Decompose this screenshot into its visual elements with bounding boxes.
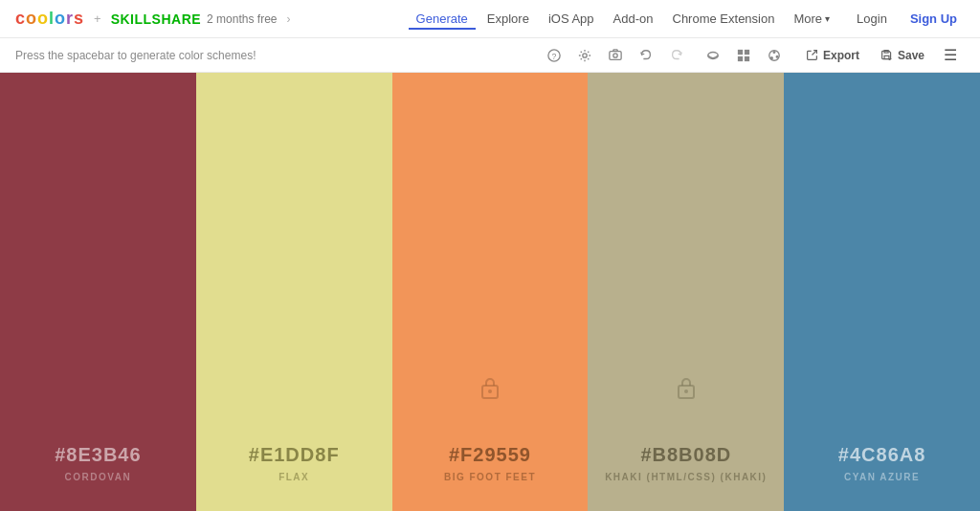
color-name-2: FLAX xyxy=(278,472,309,482)
color-swatch-2[interactable]: #E1DD8F FLAX xyxy=(196,73,392,511)
color-swatch-1[interactable]: #8E3B46 CORDOVAN xyxy=(0,73,196,511)
palette-button[interactable] xyxy=(760,42,789,69)
chevron-down-icon: ▾ xyxy=(825,13,830,24)
color-hex-1: #8E3B46 xyxy=(55,444,141,466)
svg-rect-6 xyxy=(738,49,743,54)
login-button[interactable]: Login xyxy=(849,8,895,30)
color-swatch-3[interactable]: #F29559 BIG FOOT FEET xyxy=(392,73,589,511)
menu-button[interactable]: ☰ xyxy=(936,42,965,68)
color-hex-2: #E1DD8F xyxy=(249,444,340,466)
nav-explore[interactable]: Explore xyxy=(479,8,537,30)
view-toggle-button[interactable] xyxy=(699,42,727,69)
color-name-1: CORDOVAN xyxy=(65,472,132,482)
color-swatch-5[interactable]: #4C86A8 CYAN AZURE xyxy=(784,73,980,511)
save-label: Save xyxy=(898,49,924,62)
more-label: More xyxy=(793,11,822,26)
undo-button[interactable] xyxy=(632,42,660,69)
color-swatch-4[interactable]: #B8B08D KHAKI (HTML/CSS) (KHAKI) xyxy=(588,73,784,511)
lock-icon-4[interactable] xyxy=(676,375,697,406)
grid-button[interactable] xyxy=(729,42,758,69)
color-name-5: CYAN AZURE xyxy=(844,472,920,482)
plus-icon: + xyxy=(94,11,101,26)
svg-point-17 xyxy=(488,389,492,393)
svg-point-13 xyxy=(770,56,772,58)
color-name-4: KHAKI (HTML/CSS) (KHAKI) xyxy=(605,472,767,482)
main-nav: Generate Explore iOS App Add-on Chrome E… xyxy=(409,8,837,30)
nav-chrome-extension[interactable]: Chrome Extension xyxy=(665,8,783,30)
tool-group-actions: Export Save ☰ xyxy=(796,42,965,68)
svg-rect-14 xyxy=(884,56,889,58)
header: coolors + SKILLSHARE 2 months free › Gen… xyxy=(0,0,980,38)
signup-button[interactable]: Sign Up xyxy=(902,8,965,30)
color-hex-3: #F29559 xyxy=(449,444,531,466)
color-hex-4: #B8B08D xyxy=(640,444,731,466)
coolors-logo[interactable]: coolors xyxy=(15,9,84,29)
export-button[interactable]: Export xyxy=(796,45,869,66)
help-button[interactable]: ? xyxy=(540,42,568,69)
palette: #8E3B46 CORDOVAN #E1DD8F FLAX #F29559 BI… xyxy=(0,73,980,511)
color-hex-5: #4C86A8 xyxy=(838,444,926,466)
promo-text: 2 months free xyxy=(207,12,277,26)
hint-text: Press the spacebar to generate color sch… xyxy=(15,49,532,62)
nav-generate[interactable]: Generate xyxy=(409,8,476,30)
promo-arrow: › xyxy=(286,12,290,26)
tool-group-info: ? xyxy=(540,42,691,69)
svg-point-2 xyxy=(583,53,587,56)
skillshare-logo[interactable]: SKILLSHARE xyxy=(111,11,201,27)
svg-rect-7 xyxy=(745,49,749,54)
svg-point-11 xyxy=(773,51,775,53)
nav-addon[interactable]: Add-on xyxy=(606,8,661,30)
redo-button[interactable] xyxy=(662,42,691,69)
svg-text:?: ? xyxy=(552,51,557,60)
logo-area: coolors + SKILLSHARE 2 months free › xyxy=(15,9,290,29)
color-name-3: BIG FOOT FEET xyxy=(444,472,536,482)
toolbar: Press the spacebar to generate color sch… xyxy=(0,38,980,73)
svg-rect-8 xyxy=(738,56,743,60)
more-dropdown[interactable]: More ▾ xyxy=(786,8,837,30)
camera-button[interactable] xyxy=(601,42,630,69)
tool-group-view xyxy=(699,42,789,69)
settings-button[interactable] xyxy=(570,42,599,69)
svg-point-4 xyxy=(613,53,617,56)
svg-point-12 xyxy=(776,56,778,57)
lock-icon-3[interactable] xyxy=(479,375,501,406)
svg-point-19 xyxy=(684,389,688,393)
svg-rect-9 xyxy=(745,56,749,60)
svg-rect-3 xyxy=(610,51,621,59)
auth-area: Login Sign Up xyxy=(849,8,965,30)
export-label: Export xyxy=(823,49,859,62)
nav-ios-app[interactable]: iOS App xyxy=(541,8,602,30)
save-button[interactable]: Save xyxy=(871,45,934,66)
